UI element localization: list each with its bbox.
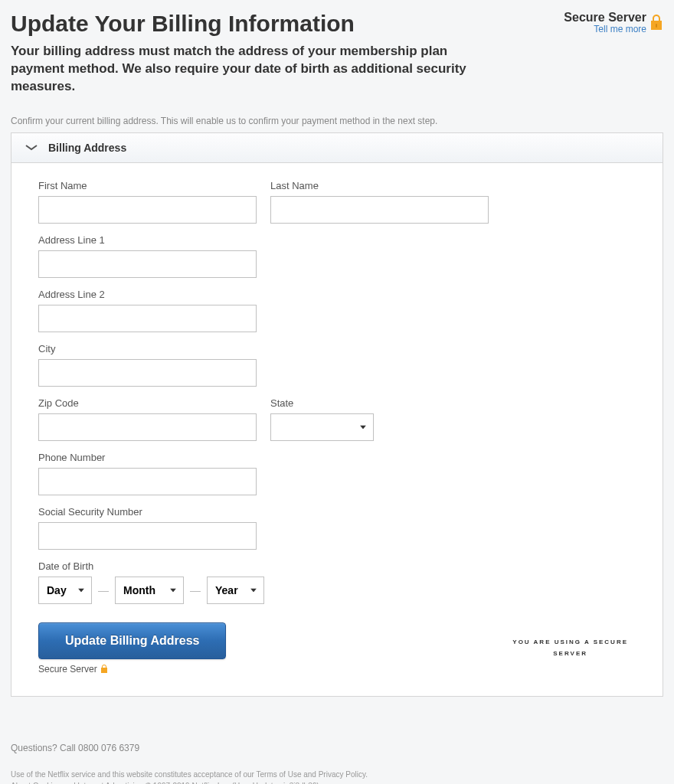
update-billing-button[interactable]: Update Billing Address xyxy=(38,622,226,659)
panel-header[interactable]: Billing Address xyxy=(11,133,663,163)
terms-link[interactable]: Terms of Use xyxy=(257,770,302,779)
zip-label: Zip Code xyxy=(38,397,257,409)
chevron-down-icon xyxy=(25,145,38,151)
ssn-input[interactable] xyxy=(38,522,257,550)
address1-input[interactable] xyxy=(38,250,257,278)
panel-title: Billing Address xyxy=(48,142,126,154)
lock-icon xyxy=(649,13,663,31)
page-title: Update Your Billing Information xyxy=(11,11,355,37)
billing-address-panel: Billing Address First Name Last Name Add… xyxy=(11,132,663,697)
first-name-label: First Name xyxy=(38,180,257,191)
address2-label: Address Line 2 xyxy=(38,289,257,300)
last-name-label: Last Name xyxy=(270,180,489,191)
secure-server-note: Secure Server xyxy=(38,664,226,675)
lock-icon xyxy=(100,664,108,674)
dob-month-select[interactable]: Month xyxy=(115,577,184,604)
phone-input[interactable] xyxy=(38,468,257,495)
tell-me-more-link[interactable]: Tell me more xyxy=(594,24,646,34)
footer-legal-pre: Use of the Netflix service and this webs… xyxy=(11,770,257,779)
dob-label: Date of Birth xyxy=(38,560,264,572)
secure-server-label: Secure Server xyxy=(564,11,646,24)
dob-separator: — xyxy=(190,584,201,596)
page-subtitle: Your billing address must match the addr… xyxy=(11,43,501,96)
dob-separator: — xyxy=(98,584,109,596)
state-label: State xyxy=(270,397,374,409)
secure-server-stamp: YOU ARE USING A SECURE SERVER xyxy=(512,637,636,659)
city-input[interactable] xyxy=(38,359,257,387)
privacy-link[interactable]: Privacy Policy xyxy=(319,770,366,779)
dob-day-select[interactable]: Day xyxy=(38,577,92,604)
dob-year-select[interactable]: Year xyxy=(207,577,264,604)
last-name-input[interactable] xyxy=(270,196,489,224)
address2-input[interactable] xyxy=(38,305,257,332)
phone-label: Phone Number xyxy=(38,452,257,463)
state-select[interactable] xyxy=(270,413,374,441)
address1-label: Address Line 1 xyxy=(38,234,257,246)
zip-input[interactable] xyxy=(38,413,257,441)
city-label: City xyxy=(38,343,257,354)
first-name-input[interactable] xyxy=(38,196,257,224)
secure-server-badge: Secure Server Tell me more xyxy=(564,11,663,34)
ssn-label: Social Security Number xyxy=(38,506,257,518)
page-footer: Questions? Call 0800 076 6379 Use of the… xyxy=(11,743,663,784)
confirm-instruction: Confirm your current billing address. Th… xyxy=(11,116,663,126)
footer-questions: Questions? Call 0800 076 6379 xyxy=(11,743,663,753)
svg-rect-1 xyxy=(656,24,657,28)
